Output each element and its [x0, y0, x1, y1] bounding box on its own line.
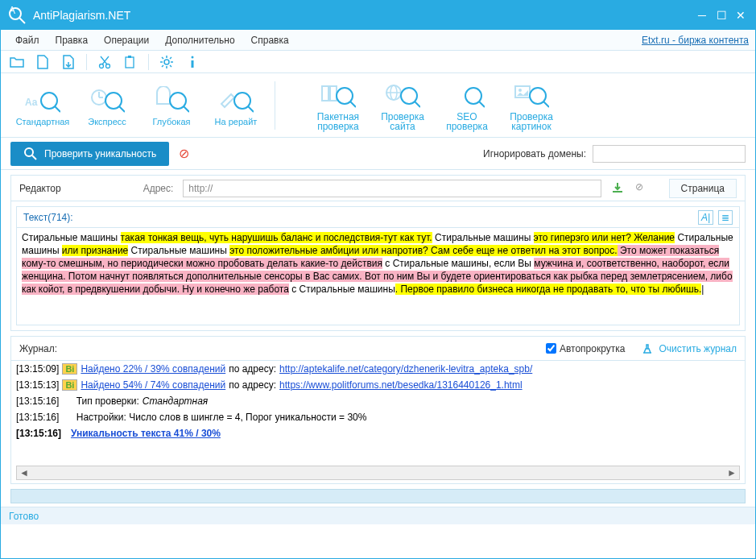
journal-row: [13:15:16] Тип проверки: Стандартная	[16, 393, 740, 409]
svg-line-30	[415, 101, 420, 107]
mode-standard-label: Стандартная	[16, 117, 70, 126]
tab-page[interactable]: Страница	[669, 179, 737, 198]
text-editor[interactable]: Стиральные машины такая тонкая вещь, чут…	[17, 228, 739, 299]
svg-rect-6	[128, 56, 131, 58]
svg-line-25	[350, 101, 356, 107]
etxt-link[interactable]: Etxt.ru - биржа контента	[642, 35, 749, 46]
svg-line-36	[543, 101, 549, 107]
svg-line-1	[19, 18, 25, 23]
menubar: Файл Правка Операции Дополнительно Справ…	[1, 30, 755, 51]
paste-icon[interactable]	[122, 54, 138, 70]
menu-extra[interactable]: Дополнительно	[157, 35, 242, 46]
match-link[interactable]: Найдено 54% / 74% совпадений	[81, 379, 225, 391]
svg-line-32	[479, 101, 485, 107]
address-label: Адрес:	[143, 183, 174, 194]
editor-label: Редактор	[19, 183, 61, 194]
ignore-label: Игнорировать домены:	[483, 148, 586, 159]
svg-rect-5	[126, 57, 134, 68]
menu-edit[interactable]: Правка	[48, 35, 97, 46]
info-icon[interactable]	[184, 54, 200, 70]
scroll-right-icon[interactable]: ►	[725, 467, 739, 478]
download-icon[interactable]	[611, 181, 626, 196]
maximize-button[interactable]: ☐	[713, 7, 729, 23]
match-link[interactable]: Найдено 22% / 39% совпадений	[81, 363, 225, 375]
mode-deep[interactable]: Глубокая	[139, 85, 204, 126]
url-link[interactable]: http://aptekalife.net/category/dzhenerik…	[279, 363, 532, 375]
mode-express-label: Экспресс	[88, 117, 126, 126]
journal-block: Журнал: Автопрокрутка Очистить журнал [1…	[10, 336, 746, 484]
mode-images[interactable]: Проверкакартинок	[499, 80, 564, 131]
svg-point-7	[164, 60, 169, 64]
svg-rect-22	[322, 86, 328, 101]
toolbar	[1, 51, 755, 73]
svg-line-12	[55, 106, 60, 112]
menu-ops[interactable]: Операции	[96, 35, 157, 46]
uniqueness-result-link[interactable]: Уникальность текста 41% / 30%	[71, 428, 221, 439]
mode-seo[interactable]: SEOпроверка	[435, 80, 499, 131]
save-icon[interactable]	[60, 54, 76, 70]
close-button[interactable]: ✕	[733, 7, 749, 23]
svg-point-37	[25, 148, 33, 156]
action-row: Проверить уникальность ⊘ Игнорировать до…	[1, 138, 755, 170]
broom-icon	[641, 342, 654, 355]
svg-text:Aa: Aa	[25, 97, 38, 108]
layout-icon[interactable]: ≣	[718, 210, 733, 225]
minimize-button[interactable]: ─	[694, 7, 710, 23]
svg-rect-23	[330, 86, 337, 101]
bi-badge: Bi	[62, 363, 77, 375]
font-icon[interactable]: A|	[698, 210, 713, 225]
app-logo-icon: A	[7, 6, 27, 25]
svg-text:A: A	[9, 6, 15, 16]
svg-line-19	[184, 106, 189, 112]
journal-list[interactable]: [13:15:09] Bi Найдено 22% / 39% совпаден…	[11, 361, 745, 466]
mode-rewrite-label: На рерайт	[215, 117, 258, 126]
settings-icon[interactable]	[159, 54, 175, 70]
svg-point-34	[518, 89, 522, 92]
menu-help[interactable]: Справка	[243, 35, 297, 46]
mode-rewrite[interactable]: На рерайт	[204, 85, 268, 126]
autoscroll-checkbox[interactable]: Автопрокрутка	[546, 343, 625, 354]
address-input[interactable]	[183, 180, 601, 197]
svg-rect-9	[192, 60, 194, 68]
svg-line-38	[32, 155, 36, 159]
stop-icon[interactable]: ⊘	[179, 146, 189, 161]
progress-bar	[10, 489, 746, 503]
bi-badge: Bi	[62, 379, 77, 391]
titlebar: A AntiPlagiarism.NET ─ ☐ ✕	[1, 1, 755, 30]
journal-row: [13:15:16] Настройки: Число слов в шингл…	[16, 409, 740, 425]
svg-point-8	[192, 56, 194, 58]
scroll-left-icon[interactable]: ◄	[17, 467, 31, 478]
clear-journal-button[interactable]: Очистить журнал	[641, 342, 737, 355]
editor-block: Редактор Адрес: ⊘ Страница Текст(714): A…	[10, 175, 746, 331]
status-text: Готово	[9, 511, 39, 522]
block-icon[interactable]: ⊘	[635, 181, 650, 196]
journal-label: Журнал:	[19, 343, 57, 354]
status-bar: Готово	[1, 507, 755, 524]
svg-point-4	[106, 64, 110, 68]
app-title: AntiPlagiarism.NET	[33, 9, 694, 22]
mode-deep-label: Глубокая	[153, 117, 191, 126]
svg-line-17	[119, 106, 125, 112]
mode-site[interactable]: Проверкасайта	[370, 80, 435, 131]
cut-icon[interactable]	[97, 54, 113, 70]
journal-row: [13:15:13] Bi Найдено 54% / 74% совпаден…	[16, 377, 740, 393]
journal-result-row: [13:15:16] Уникальность текста 41% / 30%	[16, 425, 740, 441]
check-uniqueness-button[interactable]: Проверить уникальность	[10, 142, 169, 166]
text-header: Текст(714):	[23, 212, 73, 223]
mode-express[interactable]: Экспресс	[75, 85, 139, 126]
new-file-icon[interactable]	[35, 54, 51, 70]
journal-row: [13:15:09] Bi Найдено 22% / 39% совпаден…	[16, 361, 740, 377]
menu-file[interactable]: Файл	[7, 35, 48, 46]
ignore-domains-input[interactable]	[593, 145, 746, 163]
open-folder-icon[interactable]	[9, 54, 25, 70]
mode-batch[interactable]: Пакетнаяпроверка	[306, 80, 370, 131]
ribbon: Aa Стандартная Экспресс Глубокая На рера…	[1, 73, 755, 138]
svg-line-21	[248, 106, 254, 112]
horizontal-scrollbar[interactable]: ◄ ►	[16, 466, 740, 480]
mode-standard[interactable]: Aa Стандартная	[10, 85, 75, 126]
url-link[interactable]: https://www.politforums.net/besedka/1316…	[279, 379, 523, 391]
svg-point-3	[100, 64, 104, 68]
